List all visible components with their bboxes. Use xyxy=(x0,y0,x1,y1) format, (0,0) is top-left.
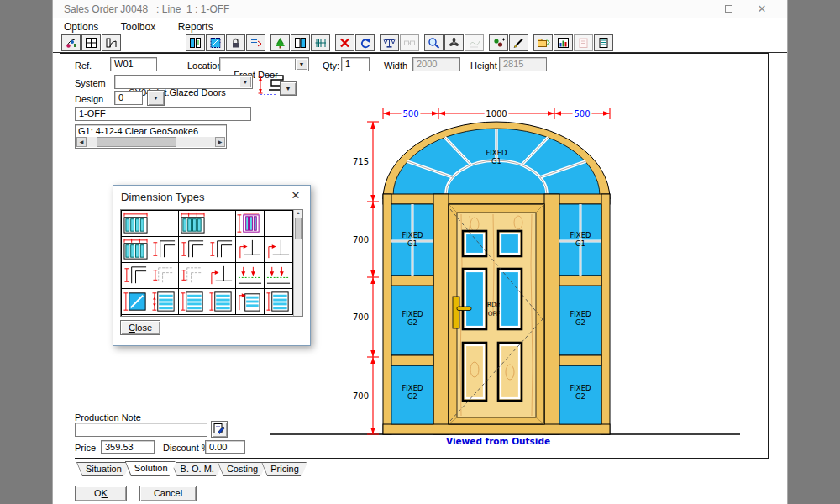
dimension-type-cornerV[interactable] xyxy=(179,237,207,263)
menu-options[interactable]: Options xyxy=(64,21,98,33)
paint-setup-icon xyxy=(65,37,78,49)
height-input: 2815 xyxy=(499,57,547,71)
line-description-input[interactable]: 1-OFF xyxy=(75,107,251,121)
title-bar[interactable]: Sales Order J0048 : Line 1 : 1-OFF ✕ xyxy=(53,0,787,18)
dimension-type-blank[interactable] xyxy=(150,211,179,237)
fan-icon xyxy=(448,37,461,49)
dimension-type-cornerV[interactable] xyxy=(207,237,236,263)
discount-label: Discount % xyxy=(163,443,210,453)
bars-button[interactable] xyxy=(311,34,330,51)
scales-button[interactable] xyxy=(380,34,399,51)
dimension-type-cornerA[interactable] xyxy=(236,237,265,263)
tab-costing[interactable]: Costing xyxy=(218,462,265,476)
dimension-type-glass[interactable] xyxy=(122,289,150,315)
maximize-button[interactable] xyxy=(715,0,742,18)
dimension-type-cornerA[interactable] xyxy=(265,237,293,263)
dimension-type-profileF[interactable] xyxy=(179,263,207,289)
chevron-down-icon[interactable]: ▼ xyxy=(239,76,251,87)
paint-setup-button[interactable] xyxy=(61,34,81,51)
fan-button[interactable] xyxy=(444,34,464,51)
dimension-type-blank[interactable] xyxy=(207,211,236,237)
pen-button[interactable] xyxy=(509,34,528,51)
dimension-type-louvre[interactable] xyxy=(179,289,207,315)
options-list-button[interactable] xyxy=(246,34,265,51)
sill xyxy=(383,424,610,434)
export-button[interactable] xyxy=(533,34,553,51)
double-door-button[interactable] xyxy=(291,34,310,51)
tab-label: Solution xyxy=(126,462,176,475)
dimension-type-winH2[interactable] xyxy=(179,211,207,237)
link-icon xyxy=(403,37,417,49)
dimension-type-cornerV[interactable] xyxy=(150,237,179,263)
system-select[interactable]: SY04 Int.Glazed Doors ▼ xyxy=(114,75,253,89)
left-pane2-g2: G2 xyxy=(407,318,417,327)
dimension-type-profileF[interactable] xyxy=(150,263,179,289)
close-button[interactable]: ✕ xyxy=(748,0,775,18)
discount-input[interactable]: 0.00 xyxy=(205,440,245,454)
chart-button[interactable] xyxy=(554,34,573,51)
horizontal-scrollbar[interactable]: ◀ ▶ xyxy=(76,137,225,147)
tree-view-button[interactable] xyxy=(270,34,290,51)
hardware-button[interactable] xyxy=(226,34,245,51)
toolbar xyxy=(53,34,787,53)
glazing-button[interactable] xyxy=(206,34,225,51)
dimension-type-cornerV[interactable] xyxy=(122,263,150,289)
dimension-types-dialog: Dimension Types ✕ ▲ Close xyxy=(113,185,311,346)
location-select[interactable]: Front Door ▼ xyxy=(219,57,309,71)
dimension-type-louvreA[interactable] xyxy=(236,289,265,315)
dimension-type-winH[interactable] xyxy=(122,211,150,237)
tab-label: B. O. M. xyxy=(172,463,223,475)
grid-window-button[interactable] xyxy=(81,34,101,51)
ref-input[interactable]: W01 xyxy=(110,57,157,71)
window-title: Sales Order J0048 : Line 1 : 1-OFF xyxy=(64,3,229,15)
dimension-type-louvre[interactable] xyxy=(207,289,236,315)
tab-solution[interactable]: Solution xyxy=(125,461,176,476)
qty-input[interactable]: 1 xyxy=(341,57,370,71)
cancel-button[interactable]: Cancel xyxy=(139,486,197,501)
glazing-list-item[interactable]: G1: 4-12-4 Clear GeoSooke6 xyxy=(76,125,226,137)
dimension-type-blank[interactable] xyxy=(265,211,293,237)
scroll-right-icon[interactable]: ▶ xyxy=(215,137,225,147)
glazing-listbox[interactable]: G1: 4-12-4 Clear GeoSooke6 ◀ ▶ xyxy=(75,124,227,149)
dimension-type-louvre3[interactable] xyxy=(150,289,179,315)
undo-button[interactable] xyxy=(355,34,375,51)
dimension-type-panelV[interactable] xyxy=(236,211,265,237)
edit-pencil-icon xyxy=(213,422,226,435)
dimension-type-winH2[interactable] xyxy=(122,237,150,263)
export-icon xyxy=(537,37,550,49)
scroll-thumb[interactable] xyxy=(295,218,302,239)
spring-transom xyxy=(383,194,610,204)
dimension-type-dotsG[interactable] xyxy=(236,263,265,289)
edit-note-button[interactable] xyxy=(211,421,228,438)
scroll-left-icon[interactable]: ◀ xyxy=(76,137,87,147)
vertical-scrollbar[interactable]: ▲ xyxy=(293,210,302,316)
zoom-button[interactable] xyxy=(424,34,444,51)
menu-toolbox[interactable]: Toolbox xyxy=(121,21,155,33)
scroll-thumb[interactable] xyxy=(97,137,176,147)
profile-dropdown-button[interactable]: ▼ xyxy=(280,81,297,96)
colors-button[interactable] xyxy=(489,34,508,51)
door-drawing[interactable]: 500 1000 500 715 700 700 700 xyxy=(253,105,757,449)
design-input[interactable]: 0 xyxy=(114,91,143,105)
menu-reports[interactable]: Reports xyxy=(178,21,213,33)
close-dialog-button[interactable]: Close xyxy=(120,320,160,335)
production-note-input[interactable] xyxy=(75,423,207,437)
delete-button[interactable] xyxy=(335,34,354,51)
dimension-type-cornerA[interactable] xyxy=(207,263,236,289)
price-input[interactable]: 359.53 xyxy=(101,440,155,454)
dialog-close-icon[interactable]: ✕ xyxy=(288,189,303,202)
tab-b-o-m[interactable]: B. O. M. xyxy=(171,462,222,476)
double-door-icon xyxy=(294,37,307,49)
design-dropdown-button[interactable]: ▼ xyxy=(147,90,165,106)
door-plan-button[interactable] xyxy=(102,34,121,51)
ok-button[interactable]: OK xyxy=(75,486,127,501)
tab-pricing[interactable]: Pricing xyxy=(261,462,307,476)
panel-select-button[interactable] xyxy=(186,34,205,51)
chevron-down-icon[interactable]: ▼ xyxy=(295,59,307,70)
report-button[interactable] xyxy=(594,34,613,51)
print-preview-icon xyxy=(577,37,591,49)
dimension-type-louvre[interactable] xyxy=(265,289,293,315)
dimension-type-dotsG[interactable] xyxy=(265,263,293,289)
tab-situation[interactable]: Situation xyxy=(76,462,129,476)
left-mullion xyxy=(433,194,449,434)
